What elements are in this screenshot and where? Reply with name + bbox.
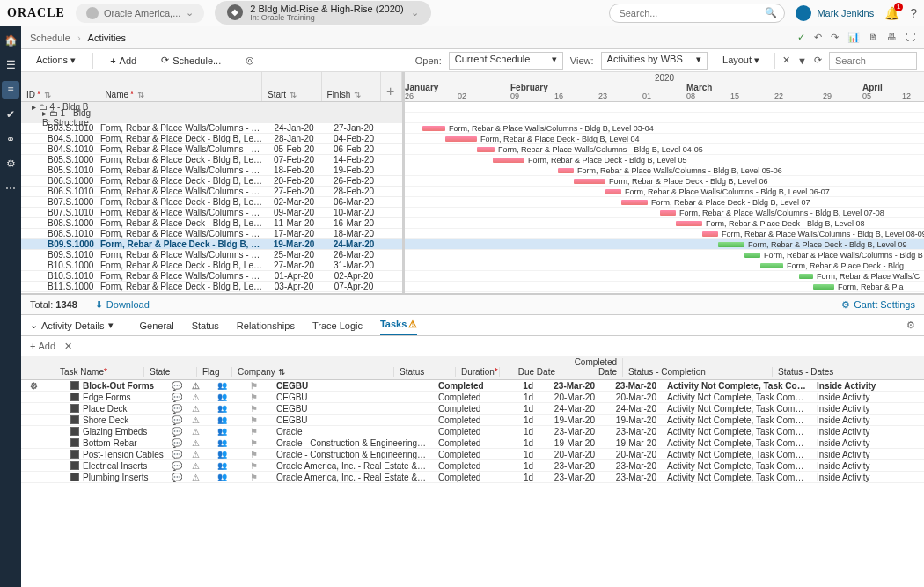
bubble-icon[interactable]: 💬	[169, 450, 183, 459]
fullscreen-icon[interactable]: ⛶	[906, 32, 915, 43]
flag-icon[interactable]: ⚑	[236, 473, 271, 482]
flag-icon[interactable]: ⚑	[236, 393, 271, 402]
global-search-input[interactable]	[619, 8, 775, 18]
task-row[interactable]: Place Deck💬⚠👥⚑CEGBUCompleted1d24-Mar-202…	[21, 403, 924, 415]
task-row[interactable]: Shore Deck💬⚠👥⚑CEGBUCompleted1d19-Mar-201…	[21, 415, 924, 426]
activity-row[interactable]: B11.S.1000Form, Rebar & Place Deck - Bld…	[21, 282, 402, 292]
checkbox-icon[interactable]	[70, 450, 79, 459]
rail-list-icon[interactable]: ☰	[2, 56, 19, 74]
add-column-icon[interactable]: +	[381, 72, 402, 101]
gantt-lane[interactable]: Form, Rebar & Place Deck - Bldg B, Level…	[405, 218, 924, 229]
activity-row[interactable]: B06.S.1000Form, Rebar & Place Deck - Bld…	[21, 176, 402, 187]
bubble-icon[interactable]: 💬	[169, 473, 183, 482]
h-flag[interactable]: Flag	[197, 367, 232, 377]
gantt-lane[interactable]: Form, Rebar & Place Walls/Columns - Bldg…	[405, 144, 924, 155]
activity-row[interactable]: B09.S.1010Form, Rebar & Place Walls/Colu…	[21, 250, 402, 260]
h-status-completion[interactable]: Status - Completion	[623, 367, 773, 377]
download-button[interactable]: ⬇ Download	[95, 299, 150, 311]
gantt-bar[interactable]: Form, Rebar & Place Deck - Bldg B, Level…	[676, 221, 702, 226]
add-button[interactable]: +Add	[102, 53, 144, 69]
h-company[interactable]: Company ⇅	[232, 367, 394, 377]
bubble-icon[interactable]: 💬	[169, 404, 183, 414]
flag-icon[interactable]: ⚑	[236, 461, 271, 471]
bubble-icon[interactable]: 💬	[169, 381, 183, 391]
checkbox-icon[interactable]	[70, 415, 79, 424]
gantt-bar[interactable]: Form, Rebar & Pla	[813, 284, 834, 290]
export-icon[interactable]: 🗎	[869, 32, 878, 43]
panel-gear-icon[interactable]: ⚙	[906, 319, 915, 331]
target-icon[interactable]: ◎	[238, 52, 262, 69]
gantt-lane[interactable]: Form, Rebar & Place Deck - Bldg B, Level…	[405, 134, 924, 144]
activity-row[interactable]: B04.S.1000Form, Rebar & Place Deck - Bld…	[21, 134, 402, 144]
gantt-bar[interactable]: Form, Rebar & Place Walls/Columns - Bldg…	[605, 189, 621, 194]
print-icon[interactable]: 🖶	[887, 32, 897, 43]
rail-home-icon[interactable]: 🏠	[2, 32, 19, 49]
checkbox-icon[interactable]	[70, 461, 79, 470]
bubble-icon[interactable]: 💬	[169, 393, 183, 402]
bubble-icon[interactable]: 💬	[169, 438, 183, 448]
task-row[interactable]: Electrical Inserts💬⚠👥⚑Oracle America, In…	[21, 460, 924, 472]
tab-general[interactable]: General	[140, 317, 174, 334]
col-finish[interactable]: Finish⇅	[322, 72, 382, 101]
tab-tasks[interactable]: Tasks⚠	[380, 315, 417, 335]
bubble-icon[interactable]: 💬	[169, 461, 183, 471]
gantt-bar[interactable]: Form, Rebar & Place Walls/Columns - Bldg…	[558, 168, 574, 173]
h-completed[interactable]: Completed Date	[561, 358, 623, 377]
h-status-dates[interactable]: Status - Dates	[773, 367, 869, 377]
activity-row[interactable]: B11.S.1010Form, Rebar & Place Walls/Colu…	[21, 292, 402, 293]
task-row[interactable]: ⚙Block-Out Forms💬⚠👥⚑CEGBUCompleted1d23-M…	[21, 380, 924, 392]
activity-details-dropdown[interactable]: ⌄ Activity Details ▾	[30, 319, 114, 331]
flag-icon[interactable]: ⚑	[236, 427, 271, 437]
gantt-lane[interactable]: Form, Rebar & Place Deck - Bldg B, Level…	[405, 155, 924, 165]
gantt-bar[interactable]: Form, Rebar & Place Walls/Columns - Bldg…	[422, 126, 445, 131]
gantt-settings-button[interactable]: ⚙ Gantt Settings	[841, 299, 915, 311]
view-select[interactable]: Activities by WBS ▾	[601, 52, 708, 70]
flag-icon[interactable]: ⚑	[236, 438, 271, 448]
gantt-lane[interactable]: Form, Rebar & Place Walls/Columns - Bldg…	[405, 250, 924, 260]
tab-relationships[interactable]: Relationships	[237, 317, 295, 334]
chart-icon[interactable]: 📊	[847, 32, 860, 43]
gantt-lane[interactable]: Form, Rebar & Place Walls/C	[405, 271, 924, 282]
h-duration[interactable]: Duration*	[456, 367, 500, 377]
gantt-lane[interactable]: Form, Rebar & Place Walls/Columns - Bldg…	[405, 165, 924, 176]
gantt-bar[interactable]: Form, Rebar & Place Walls/C	[799, 274, 813, 279]
activity-row[interactable]: B05.S.1010Form, Rebar & Place Walls/Colu…	[21, 165, 402, 176]
check-icon[interactable]: ✓	[797, 32, 805, 43]
gantt-lane[interactable]: Form, Rebar & Pla	[405, 282, 924, 292]
checkbox-icon[interactable]	[70, 404, 79, 413]
activity-row[interactable]: B07.S.1010Form, Rebar & Place Walls/Colu…	[21, 208, 402, 218]
task-row[interactable]: Bottom Rebar💬⚠👥⚑Oracle - Construction & …	[21, 437, 924, 449]
activity-row[interactable]: B05.S.1000Form, Rebar & Place Deck - Bld…	[21, 155, 402, 165]
org-selector[interactable]: Oracle America,... ⌄	[76, 4, 204, 23]
gantt-lane[interactable]: Form, Rebar & Place Deck - Bldg	[405, 260, 924, 271]
activity-row[interactable]: B06.S.1010Form, Rebar & Place Walls/Colu…	[21, 187, 402, 197]
gantt-bar[interactable]: Form, Rebar & Place Deck - Bldg B, Level…	[493, 158, 524, 163]
flag-icon[interactable]: ⚑	[236, 404, 271, 414]
checkbox-icon[interactable]	[70, 381, 79, 390]
bubble-icon[interactable]: 💬	[169, 415, 183, 425]
notifications-icon[interactable]: 🔔1	[884, 6, 899, 20]
activity-row[interactable]: B10.S.1010Form, Rebar & Place Walls/Colu…	[21, 271, 402, 282]
schedule-button[interactable]: ⟳Schedule...	[153, 52, 229, 69]
activity-row[interactable]: B08.S.1000Form, Rebar & Place Deck - Bld…	[21, 218, 402, 229]
gantt-lane[interactable]: Form, Rebar & Place Deck - Bldg B, Level…	[405, 176, 924, 187]
activity-row[interactable]: B07.S.1000Form, Rebar & Place Deck - Bld…	[21, 197, 402, 208]
project-selector[interactable]: ◆ 2 Bldg Mid-Rise & High-Rise (2020) In:…	[215, 1, 430, 26]
tab-tracelogic[interactable]: Trace Logic	[312, 317, 363, 334]
gantt-bar[interactable]: Form, Rebar & Place Deck - Bldg	[760, 263, 783, 268]
gantt-bar[interactable]: Form, Rebar & Place Deck - Bldg B, Level…	[574, 179, 605, 184]
details-delete-icon[interactable]: ✕	[64, 341, 72, 352]
checkbox-icon[interactable]	[70, 393, 79, 401]
gantt-lane[interactable]: Form, Rebar & Place Walls/Columns - Bldg…	[405, 229, 924, 239]
h-taskname[interactable]: Task Name*	[21, 367, 144, 377]
rail-gear-icon[interactable]: ⚙	[2, 155, 19, 172]
flag-icon[interactable]: ⚑	[236, 381, 271, 391]
layout-menu[interactable]: Layout ▾	[715, 52, 767, 69]
gantt-bar[interactable]: Form, Rebar & Place Walls/Columns - Bldg…	[660, 210, 676, 216]
gantt-lane[interactable]: Form, Rebar & Place Walls/Columns - Bldg…	[405, 208, 924, 218]
rail-network-icon[interactable]: ⚭	[2, 130, 19, 148]
h-status[interactable]: Status	[394, 367, 456, 377]
activity-row[interactable]: B08.S.1010Form, Rebar & Place Walls/Colu…	[21, 229, 402, 239]
gantt-bar[interactable]: Form, Rebar & Place Deck - Bldg B, Level…	[621, 200, 648, 205]
activity-row[interactable]: B09.S.1000Form, Rebar & Place Deck - Bld…	[21, 239, 402, 250]
